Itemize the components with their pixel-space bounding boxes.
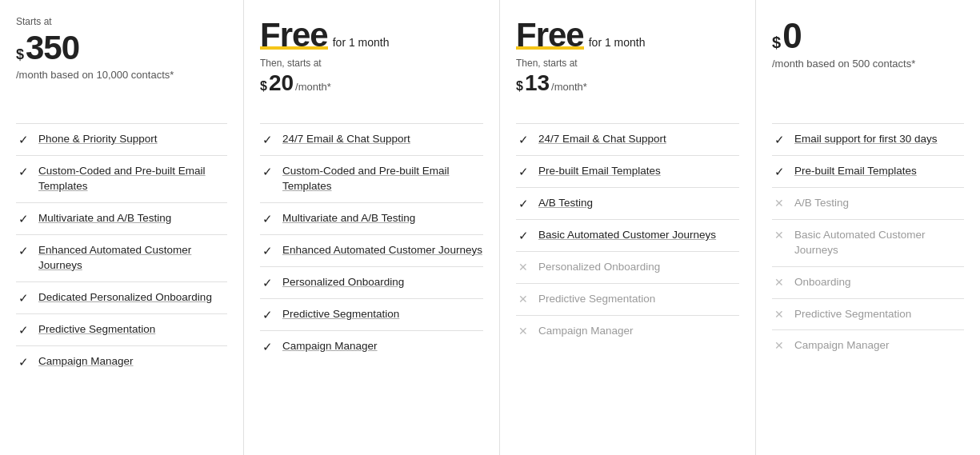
check-icon: ✓	[16, 212, 30, 226]
check-icon: ✓	[16, 165, 30, 179]
x-icon: ✕	[516, 325, 530, 337]
feature-text-disabled: Personalized Onboarding	[538, 260, 660, 275]
zero-price: 0	[782, 16, 802, 56]
feature-text[interactable]: Multivariate and A/B Testing	[38, 211, 171, 226]
price-subtext: /month based on 10,000 contacts*	[16, 69, 227, 81]
list-item: ✕ Basic Automated Customer Journeys	[772, 219, 964, 266]
list-item: ✕ Onboarding	[772, 266, 964, 298]
list-item: ✓ Custom-Coded and Pre-built Email Templ…	[260, 155, 483, 202]
list-item: ✕ Predictive Segmentation	[772, 298, 964, 330]
x-icon: ✕	[772, 229, 786, 241]
then-price-row: $ 20 /month*	[260, 70, 483, 96]
plan-free: $ 0 /month based on 500 contacts* ✓ Emai…	[756, 0, 980, 455]
list-item: ✓ Phone & Priority Support	[16, 123, 227, 155]
feature-text[interactable]: Predictive Segmentation	[38, 322, 155, 337]
list-item: ✓ Pre-built Email Templates	[772, 155, 964, 187]
for-label: for 1 month	[589, 36, 646, 49]
price-main-free: $ 0	[772, 16, 964, 56]
check-icon: ✓	[516, 197, 530, 211]
then-price-row: $ 13 /month*	[516, 70, 739, 96]
feature-text[interactable]: Predictive Segmentation	[282, 307, 399, 322]
check-icon: ✓	[16, 244, 30, 258]
feature-text[interactable]: Enhanced Automated Customer Journeys	[282, 243, 482, 258]
feature-text[interactable]: Pre-built Email Templates	[794, 164, 917, 179]
list-item: ✓ Multivariate and A/B Testing	[260, 202, 483, 234]
check-icon: ✓	[260, 212, 274, 226]
list-item: ✓ Dedicated Personalized Onboarding	[16, 281, 227, 313]
feature-text[interactable]: Email support for first 30 days	[794, 132, 938, 147]
check-icon: ✓	[16, 291, 30, 305]
then-period: /month*	[295, 81, 331, 93]
list-item: ✓ A/B Testing	[516, 187, 739, 219]
feature-text[interactable]: Custom-Coded and Pre-built Email Templat…	[38, 164, 227, 194]
list-item: ✓ 24/7 Email & Chat Support	[260, 123, 483, 155]
x-icon: ✕	[772, 308, 786, 321]
dollar-sign: $	[16, 47, 24, 62]
feature-text[interactable]: Pre-built Email Templates	[538, 164, 661, 179]
list-item: ✓ Basic Automated Customer Journeys	[516, 219, 739, 251]
feature-text[interactable]: Dedicated Personalized Onboarding	[38, 290, 212, 305]
list-item: ✓ Email support for first 30 days	[772, 123, 964, 155]
price-header-enterprise: Starts at $ 350 /month based on 10,000 c…	[16, 16, 227, 104]
then-price: 20	[269, 70, 294, 96]
feature-text-disabled: Predictive Segmentation	[794, 307, 911, 322]
price-header-essentials: Free for 1 month Then, starts at $ 13 /m…	[516, 16, 739, 104]
feature-text[interactable]: Personalized Onboarding	[282, 275, 404, 290]
check-icon: ✓	[516, 165, 530, 179]
feature-text[interactable]: Custom-Coded and Pre-built Email Templat…	[282, 164, 483, 194]
check-icon: ✓	[260, 276, 274, 290]
for-label: for 1 month	[333, 36, 390, 49]
list-item: ✕ Personalized Onboarding	[516, 251, 739, 283]
free-row: Free for 1 month	[516, 16, 739, 54]
plan-standard: Free for 1 month Then, starts at $ 20 /m…	[244, 0, 500, 455]
check-icon: ✓	[16, 355, 30, 369]
feature-text[interactable]: Basic Automated Customer Journeys	[538, 228, 716, 243]
feature-text-disabled: A/B Testing	[794, 196, 849, 211]
check-icon: ✓	[516, 133, 530, 147]
feature-text[interactable]: 24/7 Email & Chat Support	[282, 132, 410, 147]
list-item: ✓ Custom-Coded and Pre-built Email Templ…	[16, 155, 227, 202]
list-item: ✕ Predictive Segmentation	[516, 283, 739, 315]
then-starts-label: Then, starts at	[516, 58, 739, 69]
check-icon: ✓	[260, 165, 274, 179]
list-item: ✓ Predictive Segmentation	[16, 313, 227, 345]
then-dollar: $	[516, 79, 523, 94]
feature-text[interactable]: 24/7 Email & Chat Support	[538, 132, 666, 147]
x-icon: ✕	[772, 197, 786, 210]
list-item: ✓ Enhanced Automated Customer Journeys	[260, 234, 483, 266]
then-starts-label: Then, starts at	[260, 58, 483, 69]
list-item: ✓ 24/7 Email & Chat Support	[516, 123, 739, 155]
feature-text-disabled: Basic Automated Customer Journeys	[794, 228, 964, 258]
check-icon: ✓	[260, 133, 274, 147]
x-icon: ✕	[516, 261, 530, 273]
check-icon: ✓	[260, 308, 274, 322]
feature-list-free: ✓ Email support for first 30 days ✓ Pre-…	[772, 123, 964, 361]
feature-text[interactable]: Phone & Priority Support	[38, 132, 158, 147]
plan-essentials: Free for 1 month Then, starts at $ 13 /m…	[500, 0, 756, 455]
feature-text[interactable]: A/B Testing	[538, 196, 593, 211]
feature-text[interactable]: Enhanced Automated Customer Journeys	[38, 243, 227, 273]
list-item: ✕ Campaign Manager	[772, 329, 964, 361]
list-item: ✓ Multivariate and A/B Testing	[16, 202, 227, 234]
feature-text[interactable]: Campaign Manager	[282, 339, 378, 354]
then-dollar: $	[260, 79, 267, 94]
x-icon: ✕	[772, 339, 786, 352]
feature-list-essentials: ✓ 24/7 Email & Chat Support ✓ Pre-built …	[516, 123, 739, 347]
check-icon: ✓	[516, 229, 530, 243]
feature-text-disabled: Campaign Manager	[538, 324, 634, 339]
price-header-standard: Free for 1 month Then, starts at $ 20 /m…	[260, 16, 483, 104]
feature-list-enterprise: ✓ Phone & Priority Support ✓ Custom-Code…	[16, 123, 227, 377]
list-item: ✓ Enhanced Automated Customer Journeys	[16, 234, 227, 281]
price-main: $ 350	[16, 29, 227, 67]
list-item: ✕ Campaign Manager	[516, 315, 739, 347]
then-period: /month*	[551, 81, 587, 93]
check-icon: ✓	[772, 165, 786, 179]
feature-text[interactable]: Campaign Manager	[38, 354, 134, 369]
zero-dollar: $	[772, 34, 781, 50]
x-icon: ✕	[516, 293, 530, 305]
check-icon: ✓	[772, 133, 786, 147]
list-item: ✓ Campaign Manager	[16, 345, 227, 377]
plan-enterprise: Starts at $ 350 /month based on 10,000 c…	[0, 0, 244, 455]
feature-text[interactable]: Multivariate and A/B Testing	[282, 211, 415, 226]
price-header-free: $ 0 /month based on 500 contacts*	[772, 16, 964, 104]
